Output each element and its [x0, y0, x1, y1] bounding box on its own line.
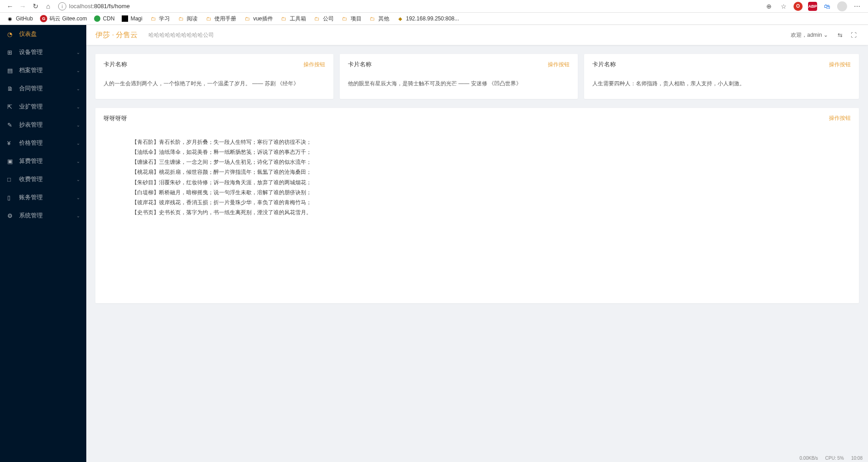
sidebar-item-meter[interactable]: ✎抄表管理⌄ — [0, 116, 86, 134]
card-title: 卡片名称 — [104, 60, 127, 69]
sidebar-item-expansion[interactable]: ⇱业扩管理⌄ — [0, 98, 86, 116]
sidebar-item-price[interactable]: ¥价格管理⌄ — [0, 134, 86, 152]
card-action-button[interactable]: 操作按钮 — [829, 114, 851, 122]
card-header: 卡片名称 操作按钮 — [95, 54, 333, 75]
welcome-text: 欢迎，admin ⌄ — [791, 31, 828, 39]
sidebar-item-archive[interactable]: ▤档案管理⌄ — [0, 61, 86, 79]
bookmark-folder-project[interactable]: 🗀项目 — [338, 14, 364, 24]
status-bar: 0.00KB/s CPU: 5% 10:08 — [799, 454, 863, 462]
folder-icon: 🗀 — [313, 15, 321, 22]
url-text: localhost:8081/fs/home — [69, 3, 130, 10]
chevron-down-icon: ⌄ — [76, 177, 80, 182]
refresh-button[interactable]: ↻ — [29, 0, 42, 13]
card-3: 卡片名称 操作按钮 人生需要四种人：名师指路，贵人相助，亲人支持，小人刺激。 — [584, 54, 859, 99]
address-bar[interactable]: i localhost:8081/fs/home — [58, 1, 764, 11]
bookmark-gitee[interactable]: G码云 Gitee.com — [37, 14, 89, 24]
forward-button[interactable]: → — [16, 0, 29, 13]
card-2: 卡片名称 操作按钮 他的眼里有星辰大海，是骑士触不可及的光芒 —— 安迷修 《凹… — [340, 54, 578, 99]
chevron-down-icon: ⌄ — [76, 123, 80, 128]
bookmark-folder-other[interactable]: 🗀其他 — [366, 14, 392, 24]
settings-toggle-icon[interactable]: ⇆ — [834, 29, 845, 40]
card-header: 卡片名称 操作按钮 — [340, 54, 578, 75]
more-menu-icon[interactable]: ⋯ — [853, 2, 862, 11]
poem-line: 【白堤柳】断桥融月，暗柳摇曳；说一句浮生未歇，溶解了谁的朋侪诀别； — [132, 187, 823, 197]
device-icon: ⊞ — [7, 49, 15, 56]
back-button[interactable]: ← — [4, 0, 16, 13]
bookmark-magi[interactable]: Magi — [119, 15, 145, 23]
card-action-button[interactable]: 操作按钮 — [829, 61, 851, 69]
bookmark-folder-read[interactable]: 🗀阅读 — [174, 14, 200, 24]
sidebar-item-label: 档案管理 — [19, 66, 43, 74]
server-icon: ◆ — [397, 15, 404, 22]
sidebar: ◔仪表盘 ⊞设备管理⌄ ▤档案管理⌄ 🗎合同管理⌄ ⇱业扩管理⌄ ✎抄表管理⌄ … — [0, 25, 86, 462]
chevron-down-icon: ⌄ — [76, 104, 80, 109]
card-body: 人的一生会遇到两个人，一个惊艳了时光，一个温柔了岁月。 —— 苏剧 《经年》 — [95, 75, 333, 99]
bookmark-folder-company[interactable]: 🗀公司 — [311, 14, 337, 24]
card-action-button[interactable]: 操作按钮 — [303, 61, 325, 69]
bookmark-folder-manual[interactable]: 🗀使用手册 — [202, 14, 239, 24]
content-area: 卡片名称 操作按钮 人的一生会遇到两个人，一个惊艳了时光，一个温柔了岁月。 ——… — [86, 45, 868, 462]
sidebar-item-account[interactable]: ▯账务管理⌄ — [0, 188, 86, 206]
card-action-button[interactable]: 操作按钮 — [548, 61, 570, 69]
cdn-icon — [94, 15, 100, 22]
sidebar-item-label: 算费管理 — [19, 157, 43, 165]
sidebar-item-dashboard[interactable]: ◔仪表盘 — [0, 25, 86, 43]
sidebar-item-billing[interactable]: ▣算费管理⌄ — [0, 152, 86, 170]
meter-icon: ✎ — [7, 122, 15, 128]
card-title: 卡片名称 — [348, 60, 372, 69]
poem-line: 【彼岸花】彼岸残花，香消玉损；折一片曼珠少华，辜负了谁的青梅竹马； — [132, 197, 823, 207]
sidebar-item-label: 账务管理 — [19, 193, 43, 202]
sidebar-item-label: 仪表盘 — [19, 30, 37, 38]
poem-line: 【油纸伞】油纸薄伞，如花美眷；释一纸断肠愁笺；诉说了谁的事态万千； — [132, 147, 823, 157]
brand-subtitle: 哈哈哈哈哈哈哈哈哈哈公司 — [149, 31, 214, 39]
chevron-down-icon: ⌄ — [76, 195, 80, 200]
sidebar-item-label: 抄表管理 — [19, 121, 43, 129]
opera-icon[interactable]: O — [794, 2, 803, 11]
sidebar-item-charge[interactable]: □收费管理⌄ — [0, 170, 86, 188]
bookmark-github[interactable]: ◉GitHub — [4, 14, 35, 23]
github-icon: ◉ — [6, 15, 14, 22]
app-root: ◔仪表盘 ⊞设备管理⌄ ▤档案管理⌄ 🗎合同管理⌄ ⇱业扩管理⌄ ✎抄表管理⌄ … — [0, 25, 868, 462]
folder-icon: 🗀 — [369, 15, 376, 22]
contract-icon: 🗎 — [7, 85, 15, 92]
browser-nav-bar: ← → ↻ ⌂ i localhost:8081/fs/home ⊕ ☆ O A… — [0, 0, 868, 13]
bookmark-folder-study[interactable]: 🗀学习 — [147, 14, 173, 24]
dashboard-icon: ◔ — [7, 31, 15, 38]
card-body: 人生需要四种人：名师指路，贵人相助，亲人支持，小人刺激。 — [584, 75, 859, 99]
status-net: 0.00KB/s — [799, 456, 818, 461]
site-info-icon[interactable]: i — [58, 2, 66, 10]
card-header: 呀呀呀呀 操作按钮 — [95, 108, 859, 129]
folder-icon: 🗀 — [280, 15, 288, 22]
sidebar-item-contract[interactable]: 🗎合同管理⌄ — [0, 79, 86, 98]
sidebar-item-device[interactable]: ⊞设备管理⌄ — [0, 43, 86, 61]
chevron-down-icon[interactable]: ⌄ — [823, 32, 828, 38]
sidebar-item-system[interactable]: ⚙系统管理⌄ — [0, 206, 86, 225]
bookmark-cdn[interactable]: CDN — [91, 15, 117, 23]
expansion-icon: ⇱ — [7, 103, 15, 110]
bookmark-ip[interactable]: ◆192.168.99.250:808... — [394, 14, 462, 23]
bookmark-folder-vue[interactable]: 🗀vue插件 — [241, 14, 275, 24]
status-time: 10:08 — [851, 456, 863, 461]
profile-avatar[interactable] — [837, 1, 847, 11]
cards-row: 卡片名称 操作按钮 人的一生会遇到两个人，一个惊艳了时光，一个温柔了岁月。 ——… — [95, 54, 859, 99]
card-header: 卡片名称 操作按钮 — [584, 54, 859, 75]
system-icon: ⚙ — [7, 212, 15, 219]
extension-badge-icon[interactable]: 🛍 — [823, 2, 832, 11]
card-body: 他的眼里有星辰大海，是骑士触不可及的光芒 —— 安迷修 《凹凸世界》 — [340, 75, 578, 99]
brand-title: 伊莎 · 分售云 — [95, 30, 138, 40]
sidebar-item-label: 收费管理 — [19, 175, 43, 183]
home-button[interactable]: ⌂ — [42, 0, 55, 13]
topbar: 伊莎 · 分售云 哈哈哈哈哈哈哈哈哈哈公司 欢迎，admin ⌄ ⇆ ⛶ — [86, 25, 868, 45]
bookmark-folder-tools[interactable]: 🗀工具箱 — [278, 14, 309, 24]
poem-line: 【缠缘石】三生缠缘，一念之间；梦一场人生初见；诗化了谁的似水流年； — [132, 157, 823, 167]
favorite-icon[interactable]: ☆ — [779, 2, 788, 11]
sidebar-item-label: 设备管理 — [19, 48, 43, 56]
card-title: 卡片名称 — [592, 60, 616, 69]
card-title: 呀呀呀呀 — [104, 114, 127, 123]
bookmarks-bar: ◉GitHub G码云 Gitee.com CDN Magi 🗀学习 🗀阅读 🗀… — [0, 13, 868, 25]
search-icon[interactable]: ⊕ — [764, 2, 774, 11]
adblock-icon[interactable]: ABP — [808, 2, 817, 11]
fullscreen-icon[interactable]: ⛶ — [848, 29, 859, 40]
folder-icon: 🗀 — [243, 15, 251, 22]
chevron-down-icon: ⌄ — [76, 213, 80, 218]
